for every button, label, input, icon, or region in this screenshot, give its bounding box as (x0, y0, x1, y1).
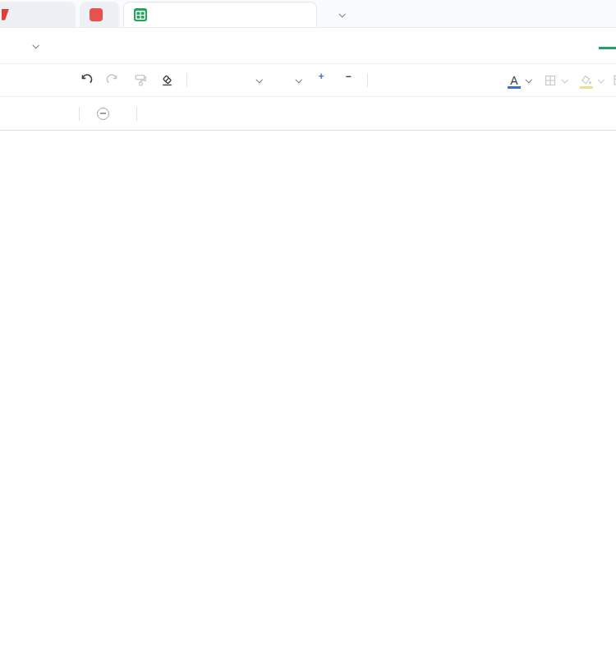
tab-sports-sheet[interactable] (123, 2, 317, 27)
tab-docer-ai-template[interactable] (80, 2, 119, 27)
redo-icon[interactable] (103, 70, 122, 91)
borders-button[interactable] (540, 70, 560, 91)
fill-color-button[interactable] (577, 70, 596, 91)
circle-minus-icon[interactable] (97, 108, 109, 120)
fill-color-swatch (580, 86, 593, 89)
font-color-button[interactable]: A (504, 70, 524, 91)
strikethrough-button[interactable] (472, 70, 492, 91)
chevron-down-icon (295, 76, 301, 83)
formula-bar (0, 97, 616, 131)
docer-logo-icon (90, 8, 103, 21)
chevron-down-icon[interactable] (525, 76, 531, 83)
undo-icon[interactable] (76, 70, 95, 91)
font-size-select[interactable] (273, 78, 301, 83)
spreadsheet-grid (0, 131, 616, 671)
spreadsheet-icon (134, 8, 147, 21)
increase-font-button[interactable]: + (310, 70, 330, 91)
title-chevron-icon[interactable] (32, 42, 39, 48)
cell-style-button[interactable] (613, 73, 616, 87)
underline-button[interactable] (440, 70, 460, 91)
wps-window: + − A (0, 0, 616, 672)
format-painter-icon[interactable] (130, 70, 149, 91)
document-title-bar (0, 28, 616, 64)
chevron-down-icon[interactable] (597, 76, 604, 83)
chevron-down-icon[interactable] (561, 76, 568, 83)
tab-list-chevron-icon[interactable] (338, 11, 345, 17)
wps-logo-icon (2, 9, 9, 21)
font-color-swatch (508, 86, 521, 89)
font-name-select[interactable] (195, 78, 261, 83)
tab-wps-office[interactable] (0, 2, 76, 27)
decrease-font-button[interactable]: − (338, 70, 357, 91)
italic-button[interactable] (408, 70, 428, 91)
bold-button[interactable] (376, 70, 396, 91)
ribbon-tab-home[interactable] (599, 28, 616, 63)
window-tab-bar (0, 0, 616, 28)
eraser-icon[interactable] (157, 70, 177, 91)
toolbar: + − A (0, 64, 616, 97)
chevron-down-icon (255, 76, 262, 83)
